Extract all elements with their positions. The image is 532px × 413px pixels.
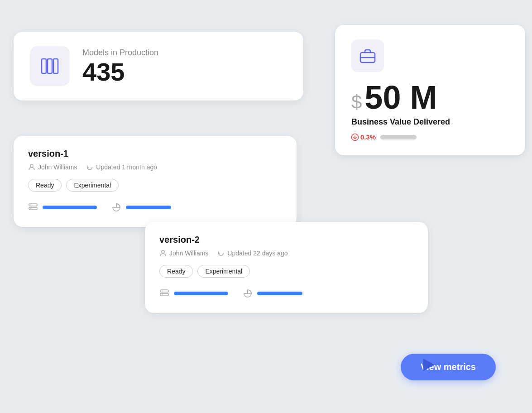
version1-tag-ready: Ready (28, 179, 62, 192)
version2-author: John Williams (169, 250, 208, 257)
version1-metrics (28, 202, 282, 212)
version1-updated: Updated 1 month ago (96, 163, 157, 171)
business-amount: 50 M (364, 81, 437, 114)
version2-bar2 (257, 292, 302, 295)
version1-metric2 (111, 202, 171, 212)
version1-bar2 (126, 206, 171, 209)
server-icon (28, 202, 38, 212)
version2-metrics (159, 288, 413, 298)
version1-tags: Ready Experimental (28, 179, 282, 192)
refresh-icon (86, 163, 93, 171)
version2-updated: Updated 22 days ago (227, 250, 288, 257)
svg-rect-0 (42, 59, 46, 73)
layers-icon (38, 54, 62, 78)
version2-updated-item: Updated 22 days ago (217, 250, 288, 257)
svg-point-11 (162, 250, 164, 253)
version2-bar1 (174, 292, 228, 295)
trend-bar (380, 135, 417, 139)
version2-title: version-2 (159, 235, 413, 245)
models-text: Models in Production 435 (82, 48, 158, 85)
svg-point-9 (30, 205, 31, 206)
version2-metric2 (243, 288, 302, 298)
trend-badge: 0.3% (351, 133, 376, 141)
version2-tags: Ready Experimental (159, 265, 413, 278)
svg-rect-8 (29, 207, 37, 210)
server-icon-v2 (159, 288, 169, 298)
version1-author-item: John Williams (28, 163, 77, 171)
version1-bar1 (43, 206, 97, 209)
business-value-container: $ 50 M (351, 81, 509, 114)
pie-icon-v2 (243, 288, 253, 298)
business-icon-container (351, 39, 384, 72)
dollar-sign: $ (351, 91, 362, 113)
version2-metric1 (159, 288, 228, 298)
person-icon (28, 163, 35, 171)
version1-tag-experimental: Experimental (66, 179, 119, 192)
version1-title: version-1 (28, 149, 282, 159)
version1-meta: John Williams Updated 1 month ago (28, 163, 282, 171)
svg-rect-12 (160, 290, 168, 292)
version2-card: version-2 John Williams Updated 22 days … (145, 222, 428, 313)
svg-rect-1 (48, 59, 52, 73)
briefcase-icon (358, 46, 377, 65)
scene: Models in Production 435 $ 50 M Business… (0, 0, 532, 413)
svg-point-6 (30, 164, 33, 167)
version2-tag-experimental: Experimental (197, 265, 250, 278)
version1-metric1 (28, 202, 97, 212)
version1-author: John Williams (38, 163, 77, 171)
down-arrow-icon (351, 134, 359, 141)
version1-updated-item: Updated 1 month ago (86, 163, 157, 171)
models-label: Models in Production (82, 48, 158, 58)
person-icon-v2 (159, 250, 167, 257)
business-card: $ 50 M Business Value Delivered 0.3% (335, 25, 525, 155)
trend-value: 0.3% (360, 133, 376, 141)
version2-author-item: John Williams (159, 250, 208, 257)
refresh-icon-v2 (217, 250, 225, 257)
trend-container: 0.3% (351, 133, 509, 141)
svg-rect-7 (29, 204, 37, 206)
svg-point-15 (162, 294, 163, 295)
business-label: Business Value Delivered (351, 117, 509, 127)
version2-meta: John Williams Updated 22 days ago (159, 250, 413, 257)
svg-rect-13 (160, 293, 168, 296)
view-metrics-button[interactable]: View metrics (401, 354, 496, 380)
pie-icon (111, 202, 121, 212)
svg-point-14 (162, 291, 163, 292)
models-card: Models in Production 435 (14, 32, 303, 101)
models-value: 435 (82, 59, 158, 85)
svg-point-10 (30, 208, 31, 209)
svg-rect-2 (53, 59, 58, 73)
version1-card: version-1 John Williams Updated 1 month … (14, 136, 297, 227)
models-icon-container (30, 46, 70, 86)
version2-tag-ready: Ready (159, 265, 193, 278)
